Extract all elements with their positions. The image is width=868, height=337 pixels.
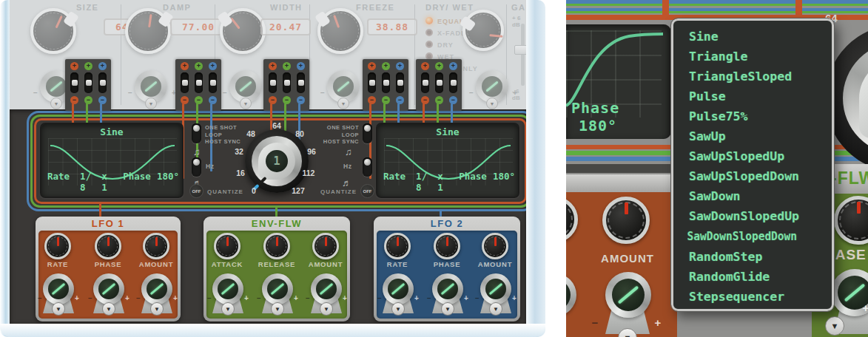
- lfo1-phase-knob[interactable]: [95, 233, 121, 259]
- expand-button[interactable]: ▼: [391, 302, 405, 316]
- expand-button[interactable]: ▼: [271, 302, 284, 316]
- drywet-radio-xfade[interactable]: [425, 29, 433, 36]
- phase-label: Phase: [123, 171, 151, 193]
- expand-button[interactable]: ▼: [52, 302, 65, 316]
- envflw-amount-knob[interactable]: [312, 233, 339, 259]
- mod-slider[interactable]: [181, 72, 189, 93]
- freeze-knob[interactable]: [317, 8, 363, 54]
- mod-slider[interactable]: [435, 72, 443, 93]
- mod-slider[interactable]: [382, 72, 390, 93]
- envflw-amount-mod-knob[interactable]: [311, 273, 342, 304]
- waveform-name[interactable]: Sine: [377, 126, 518, 137]
- size-mod-expand-button[interactable]: ▼: [50, 98, 62, 109]
- mod-slider[interactable]: [84, 72, 92, 93]
- dropdown-item-pulse[interactable]: Pulse: [673, 86, 832, 106]
- damp-mod-router: +− +− +−: [175, 59, 221, 111]
- rate-mult-value[interactable]: x 1: [437, 171, 447, 193]
- mod-slider[interactable]: [396, 72, 404, 93]
- drywet-knob[interactable]: [462, 10, 504, 51]
- lfo2-waveform-display[interactable]: Sine Rate 1/ 8 x 1 Phase 180°: [376, 123, 519, 198]
- zoomed-phase-value[interactable]: 180°: [579, 117, 617, 135]
- drywet-radio-equal[interactable]: [425, 17, 433, 24]
- lfo1-rate-unit-toggle[interactable]: [192, 157, 201, 177]
- rate-value[interactable]: 1/ 8: [80, 171, 92, 193]
- lfo2-mode-toggle[interactable]: [363, 123, 372, 143]
- expand-button[interactable]: ▼: [102, 302, 115, 316]
- phase-value[interactable]: 180°: [493, 171, 515, 193]
- envflw-attack-knob[interactable]: [214, 233, 240, 259]
- zoomed-amount-knob[interactable]: [602, 197, 650, 244]
- freeze-mod-expand-button[interactable]: ▼: [337, 98, 349, 109]
- dropdown-item-triangle[interactable]: Triangle: [673, 47, 832, 67]
- mod-slider[interactable]: [368, 72, 376, 93]
- minus-mark: −: [255, 294, 263, 302]
- lfo2-phase-mod-knob[interactable]: [432, 273, 463, 304]
- knob-scale-label: 127: [289, 186, 308, 195]
- envflw-release-knob[interactable]: [263, 233, 290, 259]
- lfo1-mode-toggle[interactable]: [192, 123, 201, 143]
- envflw-attack-mod-knob[interactable]: [212, 273, 243, 304]
- width-value-display[interactable]: 20.47: [260, 18, 311, 35]
- zoomed-amount-mod-knob[interactable]: [605, 272, 651, 318]
- size-knob[interactable]: [30, 8, 76, 54]
- mod-slider[interactable]: [449, 72, 457, 93]
- dropdown-item-randomglide[interactable]: RandomGlide: [673, 267, 832, 287]
- mod-slider[interactable]: [297, 72, 305, 93]
- drywet-radio-dry[interactable]: [425, 41, 433, 48]
- lfo2-phase-knob[interactable]: [434, 233, 460, 259]
- lfo2-quantize-button[interactable]: OFF: [360, 184, 374, 198]
- expand-button[interactable]: ▼: [825, 316, 844, 336]
- lfo1-amount-knob[interactable]: [143, 233, 169, 259]
- damp-knob[interactable]: [125, 8, 171, 54]
- mod-slider[interactable]: [209, 72, 217, 93]
- mod-slider[interactable]: [195, 72, 203, 93]
- lfo1-amount-mod-knob[interactable]: [141, 273, 172, 304]
- drywet-mod-expand-button[interactable]: ▼: [486, 98, 498, 109]
- lfo1-rate-knob[interactable]: [44, 233, 71, 259]
- dropdown-item-sawupslopedup[interactable]: SawUpSlopedUp: [673, 146, 832, 166]
- freeze-value-display[interactable]: 38.88: [367, 18, 417, 35]
- lfo2-rate-mod-knob[interactable]: [383, 273, 414, 304]
- mod-slider[interactable]: [70, 72, 78, 93]
- expand-button[interactable]: ▼: [150, 302, 164, 316]
- dropdown-item-sawdownslopeddown[interactable]: SawDownSlopedDown: [673, 226, 813, 246]
- knob-label: AMOUNT: [302, 260, 349, 268]
- width-knob[interactable]: [220, 8, 266, 54]
- dropdown-item-randomstep[interactable]: RandomStep: [673, 247, 832, 267]
- phase-value[interactable]: 180°: [157, 171, 179, 193]
- envflw-release-mod-knob[interactable]: [262, 273, 293, 304]
- lfo1-phase-mod-knob[interactable]: [93, 273, 124, 304]
- zoomed-waveform-display[interactable]: Phase 180°: [566, 24, 671, 139]
- mod-slider[interactable]: [283, 72, 291, 93]
- lfo1-rate-mod-knob[interactable]: [43, 273, 74, 304]
- dropdown-item-sawupslopeddown[interactable]: SawUpSlopedDown: [673, 166, 832, 186]
- expand-button[interactable]: ▼: [221, 302, 235, 316]
- lfo2-amount-knob[interactable]: [482, 233, 508, 259]
- dropdown-item-sawdown[interactable]: SawDown: [673, 186, 832, 206]
- expand-button[interactable]: ▼: [441, 302, 454, 316]
- waveform-name[interactable]: Sine: [41, 126, 182, 137]
- lfo1-waveform-display[interactable]: Sine Rate 1/ 8 x 1 Phase 180°: [40, 123, 184, 198]
- dropdown-item-trianglesloped[interactable]: TriangleSloped: [673, 67, 832, 86]
- expand-button[interactable]: ▼: [489, 302, 502, 316]
- mod-slider[interactable]: [269, 72, 277, 93]
- dropdown-item-sine[interactable]: Sine: [673, 27, 832, 47]
- width-mod-expand-button[interactable]: ▼: [240, 98, 252, 109]
- dropdown-item-sawdownslopedup[interactable]: SawDownSlopedUp: [673, 206, 832, 226]
- mode-option-label: LOOP: [205, 132, 222, 139]
- mod-slider[interactable]: [421, 72, 429, 93]
- dropdown-item-sawup[interactable]: SawUp: [673, 126, 832, 146]
- lfo2-amount-mod-knob[interactable]: [480, 273, 511, 304]
- lfo1-quantize-button[interactable]: OFF: [189, 184, 203, 198]
- expand-button[interactable]: ▼: [320, 302, 333, 316]
- rate-mult-value[interactable]: x 1: [101, 171, 111, 193]
- lfo2-rate-knob[interactable]: [384, 233, 411, 259]
- dropdown-item-stepsequencer[interactable]: Stepsequencer: [673, 287, 832, 307]
- plus-mark: +: [653, 316, 662, 329]
- lfo2-rate-unit-toggle[interactable]: [363, 157, 372, 177]
- damp-value-display[interactable]: 77.00: [170, 18, 226, 35]
- damp-mod-expand-button[interactable]: ▼: [145, 98, 157, 109]
- dropdown-item-pulse75[interactable]: Pulse75%: [673, 106, 832, 126]
- rate-value[interactable]: 1/ 8: [416, 171, 428, 193]
- mod-slider[interactable]: [98, 72, 107, 93]
